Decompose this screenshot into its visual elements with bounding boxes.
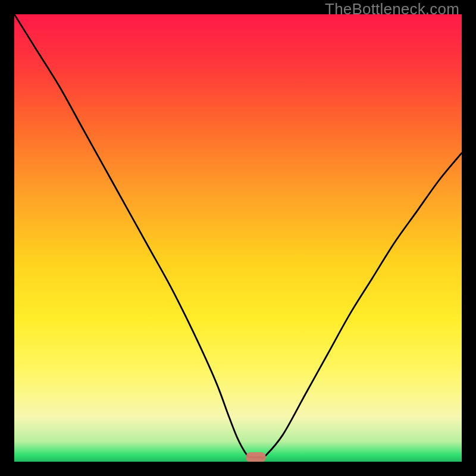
chart-frame: TheBottleneck.com [0,0,476,476]
gradient-background [14,14,462,462]
optimal-marker [246,452,266,462]
watermark-text: TheBottleneck.com [325,0,459,18]
plot-area [14,14,462,462]
chart-svg [14,14,462,462]
